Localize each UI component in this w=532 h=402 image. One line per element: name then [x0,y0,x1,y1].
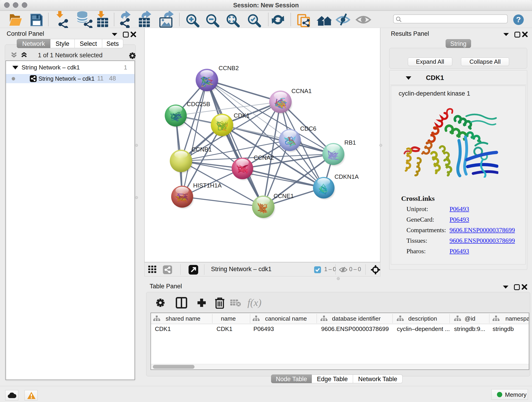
svg-text:CDKN1A: CDKN1A [335,173,359,180]
svg-text:f(x): f(x) [247,297,261,308]
svg-text:HIST1H1A: HIST1H1A [193,182,222,189]
svg-text:CCNB2: CCNB2 [219,65,239,71]
svg-text:CCNB1: CCNB1 [191,146,212,153]
svg-text:CDC6: CDC6 [300,125,317,132]
svg-text:CDK1: CDK1 [234,112,249,119]
svg-text:?: ? [516,15,521,24]
svg-text:CCNE1: CCNE1 [273,192,294,199]
svg-text:CCNA1: CCNA1 [291,88,312,95]
svg-text:RB1: RB1 [344,139,356,146]
svg-text:CDC25B: CDC25B [187,101,210,108]
svg-text:CCNA2: CCNA2 [254,154,274,161]
